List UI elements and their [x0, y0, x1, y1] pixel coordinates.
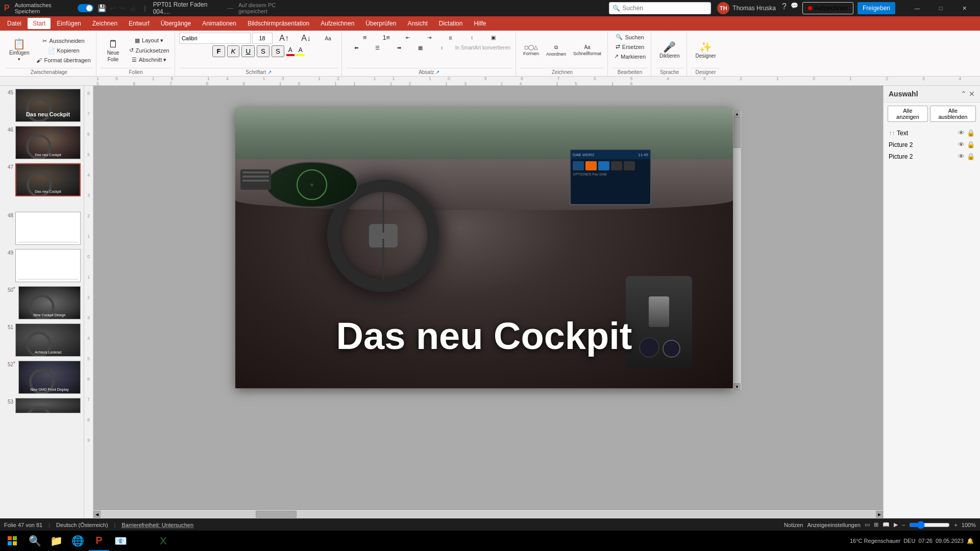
auswahl-item-picture-2a[interactable]: Picture 2 👁 🔒	[884, 139, 980, 151]
slide-thumb-50[interactable]: New Cockpit Design	[18, 286, 81, 319]
justify-button[interactable]: ▦	[410, 44, 431, 52]
horizontal-scrollbar[interactable]: ◀ ▶	[93, 510, 883, 518]
undo-btn[interactable]: ↩	[109, 3, 117, 13]
columns-button[interactable]: ⫼	[440, 33, 461, 42]
select-button[interactable]: ↗ Markieren	[612, 52, 648, 61]
share-button[interactable]: Freigeben	[857, 2, 895, 14]
section-button[interactable]: ☰ Abschnitt ▾	[127, 56, 172, 64]
designer-button[interactable]: ✨ Designer	[691, 40, 720, 61]
menu-hilfe[interactable]: Hilfe	[469, 18, 491, 29]
layout-button[interactable]: ▦ Layout ▾	[127, 36, 172, 45]
shapes-button[interactable]: ◻◯△ Formen	[520, 42, 542, 58]
slide-item-52[interactable]: 52 * New GMD Front Display	[2, 360, 82, 395]
align-left-button[interactable]: ⬅	[346, 44, 366, 52]
slide-thumb-52[interactable]: New GMD Front Display	[18, 361, 81, 394]
scroll-thumb[interactable]	[733, 117, 741, 148]
auswahl-item-picture-2b[interactable]: Picture 2 👁 🔒	[884, 151, 980, 162]
display-button[interactable]: Anzeigeeinstellungen	[807, 522, 861, 528]
slide-item-51[interactable]: 51 Achteck Lenkrad	[2, 322, 82, 358]
smartart-convert-button[interactable]: In SmartArt konvertieren	[453, 44, 512, 52]
autosave-toggle[interactable]	[78, 4, 93, 12]
cut-button[interactable]: ✂ Ausschneiden	[34, 37, 92, 45]
visibility-icon-p2a[interactable]: 👁	[958, 141, 965, 148]
slide-thumb-53[interactable]	[15, 398, 81, 413]
reading-view-btn[interactable]: 📖	[883, 521, 890, 528]
record-button[interactable]: Aufzeichnen	[802, 2, 853, 14]
format-painter-button[interactable]: 🖌 Format übertragen	[34, 56, 92, 64]
taskbar-search-btn[interactable]: 🔍	[24, 531, 45, 551]
taskbar-teams-btn[interactable]: T	[132, 531, 152, 551]
copy-button[interactable]: 📄 Kopieren	[34, 46, 92, 55]
font-name-input[interactable]	[179, 33, 251, 44]
lock-icon-text[interactable]: 🔒	[967, 129, 975, 137]
slide-item-53[interactable]: 53	[2, 397, 82, 414]
slide-thumb-45[interactable]: Das neu Cockpit	[15, 89, 81, 122]
slideshow-btn[interactable]: ▶	[894, 521, 898, 528]
taskbar-outlook-btn[interactable]: 📧	[110, 531, 131, 551]
notes-button[interactable]: Notizen	[784, 522, 803, 528]
normal-view-btn[interactable]: ▭	[865, 521, 870, 528]
auswahl-item-text[interactable]: ↑↑ Text 👁 🔒	[884, 127, 980, 139]
decrease-indent-button[interactable]: ⇤	[398, 33, 418, 42]
menu-entwurf[interactable]: Entwurf	[124, 18, 155, 29]
menu-datei[interactable]: Datei	[2, 18, 27, 29]
bullets-button[interactable]: ≡	[355, 33, 375, 42]
font-size-input[interactable]	[252, 33, 273, 44]
insert-button[interactable]: 📋 Einfügen ▾	[5, 37, 33, 64]
text-direction-button[interactable]: ↕	[462, 33, 482, 42]
close-button[interactable]: ✕	[952, 0, 976, 16]
lock-icon-p2b[interactable]: 🔒	[967, 153, 975, 160]
highlight-color-btn[interactable]: A	[297, 46, 305, 56]
dictate-button[interactable]: 🎤 Diktieren	[655, 40, 683, 61]
notification-btn[interactable]: 🔔	[967, 538, 974, 544]
replace-button[interactable]: ⇄ Ersetzen	[614, 42, 646, 51]
auswahl-expand-button[interactable]: ⌃	[961, 90, 967, 98]
show-all-button[interactable]: Alle anzeigen	[888, 106, 928, 122]
help-icon[interactable]: ?	[782, 2, 787, 14]
scroll-right-button[interactable]: ▶	[876, 511, 883, 518]
taskbar-powerpoint-btn[interactable]: P	[89, 531, 109, 551]
zoom-slider[interactable]	[909, 521, 950, 529]
decrease-font-button[interactable]: A↓	[296, 33, 316, 44]
accessibility-info[interactable]: Barrierefreiheit: Untersuchen	[121, 522, 193, 528]
increase-indent-button[interactable]: ⇥	[419, 33, 439, 42]
taskbar-edge-btn[interactable]: 🌐	[67, 531, 88, 551]
arrange-button[interactable]: ⧉ Anordnen	[543, 42, 569, 59]
minimize-button[interactable]: —	[905, 0, 929, 16]
save-btn[interactable]: 💾	[96, 3, 107, 13]
slide-thumb-49[interactable]	[15, 249, 81, 282]
menu-animationen[interactable]: Animationen	[197, 18, 241, 29]
slide-item-46[interactable]: 46 Das neu Cockpit	[2, 125, 82, 160]
lock-icon-p2a[interactable]: 🔒	[967, 141, 975, 148]
slide-thumb-51[interactable]: Achteck Lenkrad	[15, 323, 81, 357]
menu-uebergaenge[interactable]: Übergänge	[156, 18, 196, 29]
slide-item-50[interactable]: 50 * New Cockpit Design	[2, 285, 82, 320]
auswahl-close-button[interactable]: ✕	[969, 90, 975, 98]
comments-icon[interactable]: 💬	[791, 2, 798, 14]
menu-ansicht[interactable]: Ansicht	[402, 18, 432, 29]
main-slide-canvas[interactable]: 0 DAB WDR2 11:45	[235, 108, 733, 388]
taskbar-explorer-btn[interactable]: 📁	[46, 531, 66, 551]
numbered-list-button[interactable]: 1≡	[376, 33, 397, 42]
search-box[interactable]: 🔍	[609, 2, 711, 14]
menu-bildschirmpraesentaion[interactable]: Bildschirmpräsentation	[242, 18, 314, 29]
scroll-left-button[interactable]: ◀	[93, 511, 101, 518]
redo-btn[interactable]: ↪	[118, 3, 127, 13]
bold-button[interactable]: F	[212, 45, 225, 57]
vertical-scrollbar[interactable]: ▲ ▼	[733, 110, 741, 390]
reset-button[interactable]: ↺ Zurücksetzen	[127, 46, 172, 55]
increase-font-button[interactable]: A↑	[274, 33, 295, 44]
italic-button[interactable]: K	[227, 45, 240, 57]
slide-item-49[interactable]: 49	[2, 248, 82, 283]
align-center-button[interactable]: ☰	[368, 44, 388, 52]
menu-aufzeichnen[interactable]: Aufzeichnen	[315, 18, 359, 29]
slide-thumb-46[interactable]: Das neu Cockpit	[15, 126, 81, 159]
taskbar-excel-btn[interactable]: X	[153, 531, 174, 551]
windows-start-button[interactable]	[2, 531, 22, 551]
slide-sorter-btn[interactable]: ⊞	[874, 521, 878, 528]
search-input[interactable]	[622, 5, 707, 12]
slide-thumb-48[interactable]	[15, 212, 81, 245]
slide-title-container[interactable]: Das neu Cockpit	[235, 314, 733, 358]
slide-thumb-47[interactable]: Das neu Cockpit [Kein Titel]	[15, 163, 81, 196]
line-spacing-button[interactable]: ↕	[432, 44, 452, 52]
